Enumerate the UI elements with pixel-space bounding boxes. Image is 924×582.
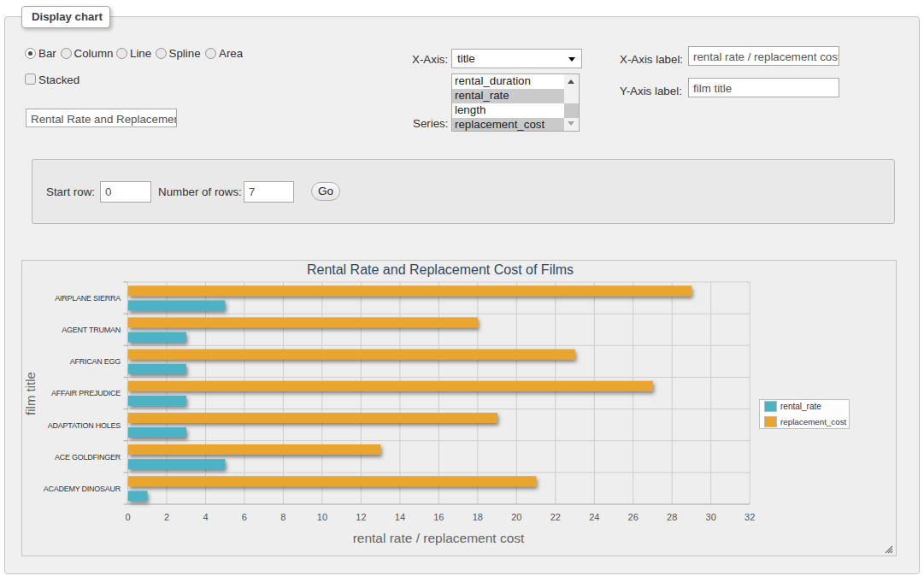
svg-text:film title: film title [23,372,38,415]
